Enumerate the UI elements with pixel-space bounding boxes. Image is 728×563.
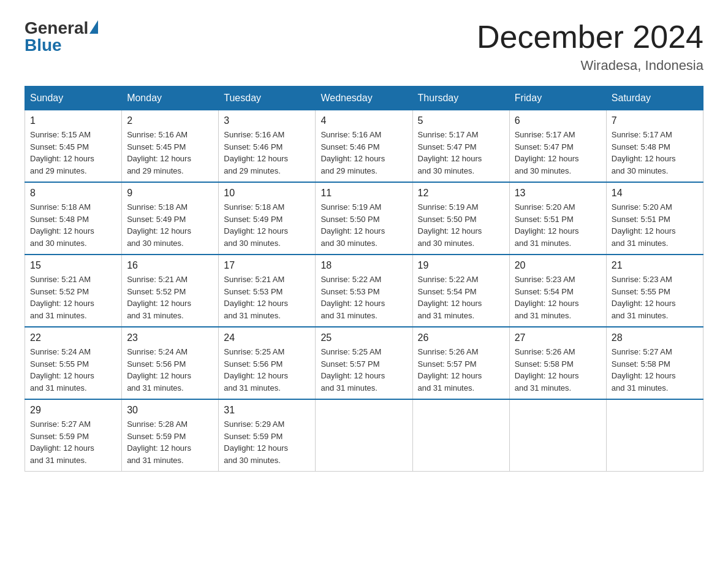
calendar-cell: 24 Sunrise: 5:25 AMSunset: 5:56 PMDaylig… [219, 327, 316, 399]
day-number: 31 [224, 405, 310, 416]
calendar-cell: 21 Sunrise: 5:23 AMSunset: 5:55 PMDaylig… [606, 255, 703, 327]
day-number: 20 [515, 260, 601, 271]
day-info: Sunrise: 5:18 AMSunset: 5:49 PMDaylight:… [127, 201, 213, 249]
day-number: 12 [418, 188, 504, 199]
day-number: 3 [224, 115, 310, 126]
logo-blue-text: Blue [25, 36, 62, 55]
day-info: Sunrise: 5:23 AMSunset: 5:55 PMDaylight:… [612, 274, 698, 321]
calendar-cell: 31 Sunrise: 5:29 AMSunset: 5:59 PMDaylig… [219, 399, 316, 472]
day-info: Sunrise: 5:19 AMSunset: 5:50 PMDaylight:… [418, 201, 504, 249]
day-number: 29 [30, 405, 116, 416]
calendar-table: SundayMondayTuesdayWednesdayThursdayFrid… [25, 86, 703, 472]
calendar-cell [606, 399, 703, 472]
day-info: Sunrise: 5:28 AMSunset: 5:59 PMDaylight:… [127, 418, 213, 466]
day-info: Sunrise: 5:18 AMSunset: 5:49 PMDaylight:… [224, 201, 310, 249]
calendar-cell: 3 Sunrise: 5:16 AMSunset: 5:46 PMDayligh… [219, 110, 316, 183]
calendar-cell: 23 Sunrise: 5:24 AMSunset: 5:56 PMDaylig… [122, 327, 219, 399]
day-info: Sunrise: 5:21 AMSunset: 5:52 PMDaylight:… [30, 274, 116, 321]
day-number: 27 [515, 332, 601, 343]
calendar-cell: 30 Sunrise: 5:28 AMSunset: 5:59 PMDaylig… [122, 399, 219, 472]
day-number: 9 [127, 188, 213, 199]
day-info: Sunrise: 5:16 AMSunset: 5:46 PMDaylight:… [224, 129, 310, 177]
day-number: 28 [612, 332, 698, 343]
calendar-week-2: 8 Sunrise: 5:18 AMSunset: 5:48 PMDayligh… [25, 182, 703, 255]
calendar-week-5: 29 Sunrise: 5:27 AMSunset: 5:59 PMDaylig… [25, 399, 703, 472]
col-header-saturday: Saturday [606, 86, 703, 110]
day-number: 1 [30, 115, 116, 126]
calendar-week-3: 15 Sunrise: 5:21 AMSunset: 5:52 PMDaylig… [25, 255, 703, 327]
day-info: Sunrise: 5:16 AMSunset: 5:45 PMDaylight:… [127, 129, 213, 177]
day-info: Sunrise: 5:27 AMSunset: 5:58 PMDaylight:… [612, 346, 698, 394]
day-info: Sunrise: 5:20 AMSunset: 5:51 PMDaylight:… [612, 201, 698, 249]
calendar-cell: 5 Sunrise: 5:17 AMSunset: 5:47 PMDayligh… [412, 110, 509, 183]
day-info: Sunrise: 5:17 AMSunset: 5:48 PMDaylight:… [612, 129, 698, 177]
day-number: 17 [224, 260, 310, 271]
calendar-cell: 25 Sunrise: 5:25 AMSunset: 5:57 PMDaylig… [316, 327, 412, 399]
calendar-cell: 15 Sunrise: 5:21 AMSunset: 5:52 PMDaylig… [25, 255, 122, 327]
day-info: Sunrise: 5:24 AMSunset: 5:56 PMDaylight:… [127, 346, 213, 394]
calendar-cell: 27 Sunrise: 5:26 AMSunset: 5:58 PMDaylig… [509, 327, 606, 399]
day-info: Sunrise: 5:27 AMSunset: 5:59 PMDaylight:… [30, 418, 116, 466]
day-number: 4 [320, 115, 407, 126]
calendar-cell [509, 399, 606, 472]
calendar-cell: 2 Sunrise: 5:16 AMSunset: 5:45 PMDayligh… [122, 110, 219, 183]
day-info: Sunrise: 5:22 AMSunset: 5:54 PMDaylight:… [418, 274, 504, 321]
col-header-friday: Friday [509, 86, 606, 110]
calendar-week-4: 22 Sunrise: 5:24 AMSunset: 5:55 PMDaylig… [25, 327, 703, 399]
day-number: 5 [418, 115, 504, 126]
day-info: Sunrise: 5:20 AMSunset: 5:51 PMDaylight:… [515, 201, 601, 249]
day-number: 30 [127, 405, 213, 416]
calendar-cell: 13 Sunrise: 5:20 AMSunset: 5:51 PMDaylig… [509, 182, 606, 255]
day-info: Sunrise: 5:21 AMSunset: 5:53 PMDaylight:… [224, 274, 310, 321]
calendar-cell: 19 Sunrise: 5:22 AMSunset: 5:54 PMDaylig… [412, 255, 509, 327]
col-header-monday: Monday [122, 86, 219, 110]
day-info: Sunrise: 5:17 AMSunset: 5:47 PMDaylight:… [418, 129, 504, 177]
calendar-cell: 4 Sunrise: 5:16 AMSunset: 5:46 PMDayligh… [316, 110, 412, 183]
calendar-cell [412, 399, 509, 472]
calendar-cell: 16 Sunrise: 5:21 AMSunset: 5:52 PMDaylig… [122, 255, 219, 327]
logo: General Blue [25, 18, 98, 55]
day-info: Sunrise: 5:25 AMSunset: 5:57 PMDaylight:… [320, 346, 407, 394]
day-info: Sunrise: 5:19 AMSunset: 5:50 PMDaylight:… [320, 201, 407, 249]
day-info: Sunrise: 5:23 AMSunset: 5:54 PMDaylight:… [515, 274, 601, 321]
day-info: Sunrise: 5:26 AMSunset: 5:57 PMDaylight:… [418, 346, 504, 394]
day-number: 24 [224, 332, 310, 343]
day-number: 10 [224, 188, 310, 199]
col-header-thursday: Thursday [412, 86, 509, 110]
day-number: 6 [515, 115, 601, 126]
calendar-cell: 7 Sunrise: 5:17 AMSunset: 5:48 PMDayligh… [606, 110, 703, 183]
calendar-cell: 22 Sunrise: 5:24 AMSunset: 5:55 PMDaylig… [25, 327, 122, 399]
day-number: 16 [127, 260, 213, 271]
day-number: 19 [418, 260, 504, 271]
day-number: 7 [612, 115, 698, 126]
calendar-cell: 10 Sunrise: 5:18 AMSunset: 5:49 PMDaylig… [219, 182, 316, 255]
calendar-cell: 28 Sunrise: 5:27 AMSunset: 5:58 PMDaylig… [606, 327, 703, 399]
day-info: Sunrise: 5:21 AMSunset: 5:52 PMDaylight:… [127, 274, 213, 321]
calendar-cell: 9 Sunrise: 5:18 AMSunset: 5:49 PMDayligh… [122, 182, 219, 255]
calendar-cell: 20 Sunrise: 5:23 AMSunset: 5:54 PMDaylig… [509, 255, 606, 327]
calendar-cell: 12 Sunrise: 5:19 AMSunset: 5:50 PMDaylig… [412, 182, 509, 255]
calendar-cell: 6 Sunrise: 5:17 AMSunset: 5:47 PMDayligh… [509, 110, 606, 183]
day-info: Sunrise: 5:22 AMSunset: 5:53 PMDaylight:… [320, 274, 407, 321]
col-header-tuesday: Tuesday [219, 86, 316, 110]
day-info: Sunrise: 5:16 AMSunset: 5:46 PMDaylight:… [320, 129, 407, 177]
day-info: Sunrise: 5:15 AMSunset: 5:45 PMDaylight:… [30, 129, 116, 177]
day-number: 23 [127, 332, 213, 343]
day-info: Sunrise: 5:18 AMSunset: 5:48 PMDaylight:… [30, 201, 116, 249]
header-row: SundayMondayTuesdayWednesdayThursdayFrid… [25, 86, 703, 110]
calendar-cell: 26 Sunrise: 5:26 AMSunset: 5:57 PMDaylig… [412, 327, 509, 399]
col-header-sunday: Sunday [25, 86, 122, 110]
calendar-cell: 18 Sunrise: 5:22 AMSunset: 5:53 PMDaylig… [316, 255, 412, 327]
day-number: 18 [320, 260, 407, 271]
day-info: Sunrise: 5:26 AMSunset: 5:58 PMDaylight:… [515, 346, 601, 394]
day-number: 15 [30, 260, 116, 271]
location-label: Wiradesa, Indonesia [477, 58, 703, 74]
col-header-wednesday: Wednesday [316, 86, 412, 110]
calendar-cell: 29 Sunrise: 5:27 AMSunset: 5:59 PMDaylig… [25, 399, 122, 472]
day-info: Sunrise: 5:24 AMSunset: 5:55 PMDaylight:… [30, 346, 116, 394]
day-number: 26 [418, 332, 504, 343]
day-number: 11 [320, 188, 407, 199]
calendar-week-1: 1 Sunrise: 5:15 AMSunset: 5:45 PMDayligh… [25, 110, 703, 183]
calendar-cell: 14 Sunrise: 5:20 AMSunset: 5:51 PMDaylig… [606, 182, 703, 255]
calendar-cell [316, 399, 412, 472]
